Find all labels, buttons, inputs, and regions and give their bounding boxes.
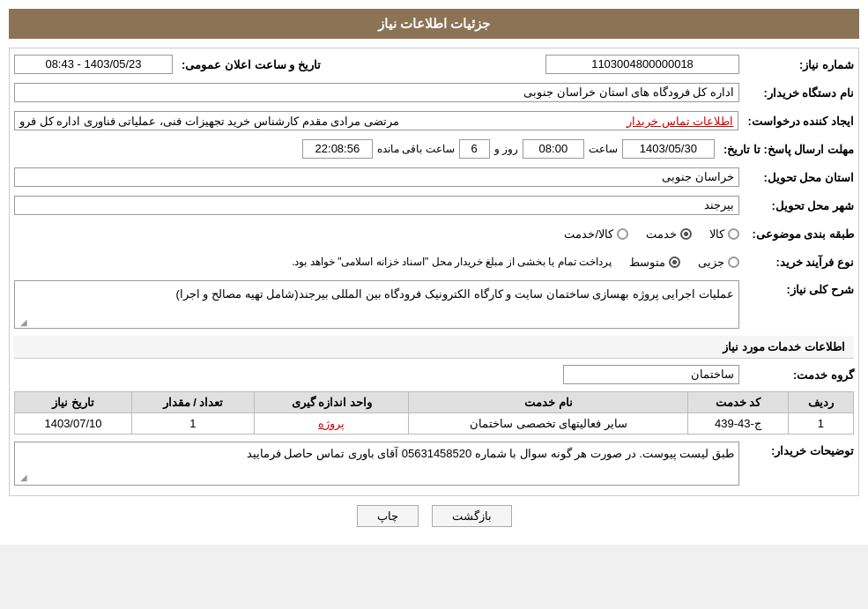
service-group-label: گروه خدمت: [739,368,854,382]
print-button[interactable]: چاپ [357,505,419,527]
cell-date: 1403/07/10 [15,413,132,434]
page-title: جزئیات اطلاعات نیاز [378,16,490,31]
delivery-province-value: خراسان جنوبی [14,167,739,187]
cell-quantity: 1 [131,413,254,434]
category-options: کالا خدمت کالا/خدمت [564,227,739,241]
purchase-type-jozii: جزیی [698,256,739,269]
col-service-code: کد خدمت [688,392,788,413]
service-table: ردیف کد خدمت نام خدمت واحد اندازه گیری ت… [14,391,854,434]
back-button[interactable]: بازگشت [432,505,512,527]
send-days-value: 6 [459,139,490,159]
col-service-name: نام خدمت [409,392,688,413]
buyer-dept-label: نام دستگاه خریدار: [739,86,854,100]
radio-khedmat [680,228,692,240]
delivery-city-value: بیرجند [14,196,739,215]
send-time-value: 08:00 [523,139,584,159]
purchase-type-group: جزیی متوسط پرداخت تمام یا بخشی از مبلغ خ… [292,256,739,269]
send-days-label: روز و [494,143,518,155]
service-group-value: ساختمان [563,365,739,384]
cell-service-name: سایر فعالیتهای تخصصی ساختمان [409,413,688,434]
buyer-dept-value: اداره کل فرودگاه های استان خراسان جنوبی [14,83,739,102]
contact-link[interactable]: اطلاعات تماس خریدار [627,115,733,128]
action-buttons: بازگشت چاپ [9,505,859,536]
category-option-kala-khedmat: کالا/خدمت [564,227,628,241]
radio-mutavasit [669,256,680,268]
buyer-notes-label: توضیحات خریدار: [739,442,854,457]
cell-unit: پروژه [254,413,408,434]
radio-kala [728,228,739,240]
cell-row-num: 1 [788,413,853,434]
creator-label: ایجاد کننده درخواست: [738,115,854,128]
resize-handle-2: ◢ [17,472,27,483]
category-option-kala: کالا [709,227,739,241]
purchase-type-mutavasit: متوسط [629,256,680,269]
need-desc-label: شرح کلی نیاز: [739,280,854,296]
resize-handle: ◢ [17,316,27,326]
table-row: 1 ج-43-439 سایر فعالیتهای تخصصی ساختمان … [15,413,854,434]
creator-value: مرتضی مرادی مقدم کارشناس خرید تجهیزات فن… [19,115,399,128]
buyer-notes-value: طبق لیست پیوست. در صورت هر گونه سوال با … [14,442,739,486]
unit-link[interactable]: پروژه [318,417,345,430]
col-quantity: تعداد / مقدار [131,392,254,413]
send-remaining-label: ساعت باقی مانده [377,143,455,155]
category-label: طبقه بندی موضوعی: [739,227,854,241]
send-date-value: 1403/05/30 [622,139,715,159]
delivery-province-label: استان محل تحویل: [739,171,854,184]
radio-kala-khedmat [617,228,628,240]
send-time-label: ساعت [589,143,618,155]
category-option-khedmat: خدمت [646,227,692,241]
purchase-note: پرداخت تمام یا بخشی از مبلغ خریدار محل "… [292,256,612,268]
page-header: جزئیات اطلاعات نیاز [9,9,859,39]
announce-datetime-value: 1403/05/23 - 08:43 [14,55,173,74]
need-number-value: 1103004800000018 [545,55,739,74]
send-date-label: مهلت ارسال پاسخ: تا تاریخ: [715,143,854,156]
purchase-type-label: نوع فرآیند خرید: [739,256,854,269]
need-desc-value: عملیات اجرایی پروژه بهسازی ساختمان سایت … [14,280,739,329]
radio-jozii [728,256,739,268]
cell-service-code: ج-43-439 [688,413,788,434]
col-unit: واحد اندازه گیری [254,392,408,413]
announce-datetime-label: تاریخ و ساعت اعلان عمومی: [173,58,325,71]
col-date: تاریخ نیاز [15,392,132,413]
col-row-num: ردیف [788,392,853,413]
need-number-label: شماره نیاز: [739,58,854,71]
service-info-title: اطلاعات خدمات مورد نیاز [14,336,854,359]
delivery-city-label: شهر محل تحویل: [739,199,854,212]
send-remaining-value: 22:08:56 [302,139,373,159]
